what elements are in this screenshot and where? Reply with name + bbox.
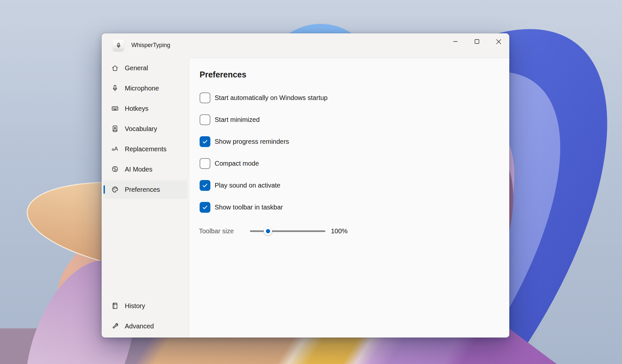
app-logo [113,40,124,51]
page-title: Preferences [200,70,496,79]
sidebar-item-label: Vocabulary [125,125,157,133]
sidebar-item-replacements[interactable]: aA Replacements [103,140,188,158]
history-icon [111,302,119,310]
sidebar-item-advanced[interactable]: Advanced [103,317,188,335]
svg-text:A: A [114,146,118,152]
sidebar-item-ai-modes[interactable]: AI Modes [103,160,188,178]
checkbox-row-toolbar-taskbar: Show toolbar in taskbar [198,202,496,213]
brain-icon [111,165,119,173]
checkbox-row-start-minimized: Start minimized [198,114,496,125]
checkbox[interactable] [200,136,210,147]
sidebar-item-label: Hotkeys [125,105,148,112]
window-title: WhisperTyping [131,42,170,49]
close-icon [496,39,501,44]
sidebar-item-label: Microphone [125,85,159,92]
sidebar-footer-list: History Advanced [103,297,188,335]
toolbar-size-slider-thumb[interactable] [264,227,272,235]
sidebar-item-hotkeys[interactable]: Hotkeys [103,99,188,118]
checkbox-label[interactable]: Start automatically on Windows startup [215,94,328,102]
checkbox[interactable] [200,180,210,191]
settings-panel: Preferences Start automatically on Windo… [189,58,509,338]
sidebar-item-label: Advanced [125,323,154,330]
toolbar-size-row: Toolbar size 100% [198,226,496,236]
checkbox[interactable] [200,114,210,125]
sidebar-main-list: General Microphone Hotkeys [103,59,188,201]
microphone-icon [111,84,119,92]
checkbox[interactable] [200,202,210,213]
minimize-icon [453,39,458,44]
sidebar-item-microphone[interactable]: Microphone [103,79,188,97]
sidebar-item-general[interactable]: General [103,59,188,77]
sidebar-item-label: History [125,302,145,310]
checkbox[interactable] [200,158,210,169]
replacements-icon: aA [111,145,119,153]
slider-label: Toolbar size [199,227,250,235]
checkbox-label[interactable]: Show toolbar in taskbar [215,204,283,211]
app-window: WhisperTyping General [102,33,509,338]
check-icon [202,139,208,145]
svg-text:a: a [112,147,114,152]
maximize-button[interactable] [466,33,488,50]
checkbox-label[interactable]: Show progress reminders [215,138,289,145]
checkbox-label[interactable]: Play sound on activate [215,182,280,189]
check-icon [202,204,208,210]
slider-value: 100% [331,227,348,235]
maximize-icon [474,39,480,44]
sidebar-item-label: Replacements [125,145,167,153]
palette-icon [111,186,119,193]
checkbox-row-play-sound: Play sound on activate [198,180,496,191]
checkbox[interactable] [200,92,210,103]
checkbox-row-autostart: Start automatically on Windows startup [198,92,496,103]
close-button[interactable] [488,33,509,50]
home-icon [111,64,119,72]
minimize-button[interactable] [445,33,466,50]
sidebar-item-preferences[interactable]: Preferences [103,180,188,199]
keyboard-icon [111,105,119,112]
sidebar-item-label: Preferences [125,186,160,193]
caption-controls [445,33,509,52]
sidebar-item-history[interactable]: History [103,297,188,315]
vocabulary-icon [111,125,119,133]
wrench-icon [111,322,119,330]
toolbar-size-slider[interactable] [250,226,325,236]
titlebar[interactable]: WhisperTyping [102,33,509,57]
checkbox-row-progress-reminders: Show progress reminders [198,136,496,147]
slider-track[interactable] [250,230,325,232]
check-icon [202,182,208,189]
sidebar-item-vocabulary[interactable]: Vocabulary [103,120,188,138]
checkbox-row-compact-mode: Compact mode [198,158,496,169]
selection-indicator [104,185,105,194]
checkbox-label[interactable]: Start minimized [215,116,260,124]
microphone-icon [115,42,122,49]
checkbox-label[interactable]: Compact mode [215,160,259,167]
sidebar-item-label: General [125,64,148,72]
sidebar-item-label: AI Modes [125,166,152,173]
sidebar-nav: General Microphone Hotkeys [102,57,189,338]
